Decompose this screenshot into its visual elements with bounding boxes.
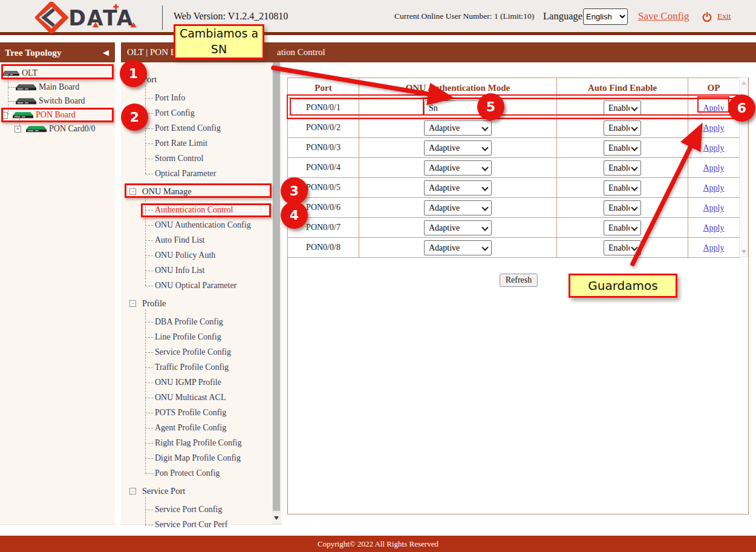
auto-find-select-pon0-0-3[interactable]: Enable — [604, 140, 641, 156]
table-row: PON0/0/4AdaptiveEnableApply — [288, 158, 740, 178]
nav-item-pon-protect-config[interactable]: Pon Protect Config — [155, 466, 220, 481]
tree-expander-collapse-icon[interactable]: - — [1, 112, 8, 119]
device-icon — [2, 70, 19, 77]
table-header-row: PortONU Authentication ModeAuto Find Ena… — [288, 78, 740, 98]
nav-group-label: Profile — [142, 296, 166, 310]
nav-item-onu-info-list[interactable]: ONU Info List — [155, 263, 204, 278]
nav-connector — [145, 85, 146, 174]
nav-group-service-port[interactable]: -Service Port — [129, 484, 185, 498]
nav-item-digit-map-profile-config[interactable]: Digit Map Profile Config — [155, 451, 241, 465]
auth-mode-selectbox: Adaptive — [424, 200, 492, 215]
apply-link-pon0-0-5[interactable]: Apply — [703, 183, 725, 192]
nav-expander-collapse-icon[interactable]: - — [129, 300, 136, 307]
auth-mode-select-pon0-0-7[interactable]: Adaptive — [424, 220, 492, 235]
nav-item-port-rate-limit[interactable]: Port Rate Limit — [155, 136, 207, 151]
nav-item-pots-profile-config[interactable]: POTS Profile Config — [155, 406, 226, 420]
apply-link-pon0-0-2[interactable]: Apply — [703, 123, 725, 133]
nav-item-service-port-config[interactable]: Service Port Config — [155, 502, 222, 517]
tree-item-main-board[interactable]: Main Board — [6, 80, 79, 94]
nav-connector — [145, 428, 153, 429]
tree-item-pon-board[interactable]: -PON Board — [1, 108, 76, 122]
nav-connector — [145, 159, 153, 159]
nav-connector — [145, 367, 153, 368]
nav-connector — [145, 225, 153, 226]
apply-link-pon0-0-3[interactable]: Apply — [703, 143, 725, 153]
op-cell: Apply — [688, 98, 740, 118]
tree-item-switch-board[interactable]: Switch Board — [6, 94, 85, 108]
nav-item-onu-authentication-config[interactable]: ONU Authentication Config — [155, 218, 251, 232]
save-config-link[interactable]: Save Config — [638, 0, 689, 32]
tree-item-pon-card0-0[interactable]: +PON Card0/0 — [15, 122, 96, 136]
nav-group-profile[interactable]: -Profile — [129, 296, 166, 310]
auth-mode-selectbox: Adaptive — [424, 240, 492, 255]
auth-mode-select-pon0-0-1[interactable]: Sn — [424, 100, 492, 116]
tree-expander-expand-icon[interactable]: + — [15, 126, 21, 133]
nav-group-onu-manage[interactable]: -ONU Manage — [129, 184, 192, 199]
auto-find-select-pon0-0-2[interactable]: Enable — [604, 120, 641, 136]
tree-item-olt[interactable]: OLT — [2, 67, 37, 80]
nav-item-traffic-profile-config[interactable]: Traffic Profile Config — [155, 360, 229, 375]
nav-item-dba-profile-config[interactable]: DBA Profile Config — [155, 315, 223, 329]
table-scrollbar[interactable] — [739, 77, 748, 257]
device-tree-sidebar: OLTMain BoardSwitch Board-PON Board+PON … — [0, 62, 115, 525]
nav-expander-collapse-icon[interactable]: - — [129, 76, 136, 83]
language-select[interactable]: English — [583, 8, 628, 25]
auth-mode-select-pon0-0-4[interactable]: Adaptive — [424, 160, 492, 176]
tree-topology-title: Tree Topology — [5, 42, 62, 62]
top-header: DATA Web Version: V1.2.4_210810 Current … — [0, 0, 756, 35]
auto-find-select-pon0-0-8[interactable]: Enable — [604, 240, 641, 255]
nav-item-onu-optical-parameter[interactable]: ONU Optical Parameter — [155, 278, 236, 293]
nav-item-onu-igmp-profile[interactable]: ONU IGMP Profile — [155, 375, 221, 390]
nav-item-authentication-control[interactable]: Authentication Control — [155, 203, 233, 217]
apply-link-pon0-0-6[interactable]: Apply — [703, 203, 725, 212]
auth-mode-select-pon0-0-2[interactable]: Adaptive — [424, 120, 492, 136]
nav-group-port[interactable]: -Port — [129, 72, 157, 87]
exit-link[interactable]: Exit — [717, 0, 731, 32]
op-cell: Apply — [688, 138, 740, 158]
nav-item-agent-profile-config[interactable]: Agent Profile Config — [155, 421, 226, 435]
apply-link-pon0-0-1[interactable]: Apply — [703, 104, 725, 113]
nav-scrollbar-thumb[interactable] — [273, 62, 280, 511]
nav-connector — [145, 398, 153, 398]
nav-item-right-flag-profile-config[interactable]: Right Flag Profile Config — [155, 436, 242, 450]
nav-scroll-down-button[interactable] — [272, 513, 281, 523]
refresh-button[interactable]: Refresh — [500, 274, 538, 287]
auto-find-select-pon0-0-4[interactable]: Enable — [604, 160, 641, 176]
auto-find-selectbox: Enable — [604, 140, 641, 156]
auto-find-select-pon0-0-1[interactable]: Enable — [604, 100, 641, 116]
nav-item-service-port-cur-perf[interactable]: Service Port Cur Perf — [155, 518, 227, 532]
apply-link-pon0-0-7[interactable]: Apply — [703, 223, 725, 232]
nav-item-storm-control[interactable]: Storm Control — [155, 151, 204, 166]
nav-item-port-extend-config[interactable]: Port Extend Config — [155, 121, 221, 136]
auth-control-table: PortONU Authentication ModeAuto Find Ena… — [287, 77, 740, 258]
auth-mode-select-pon0-0-5[interactable]: Adaptive — [424, 180, 492, 196]
green-device-icon — [26, 125, 47, 133]
nav-item-line-profile-config[interactable]: Line Profile Config — [155, 330, 221, 344]
nav-connector — [145, 240, 153, 241]
auto-find-select-pon0-0-6[interactable]: Enable — [604, 200, 641, 215]
nav-expander-collapse-icon[interactable]: - — [129, 488, 136, 494]
nav-connector — [145, 309, 146, 473]
nav-item-port-info[interactable]: Port Info — [155, 91, 185, 105]
nav-expander-collapse-icon[interactable]: - — [129, 188, 136, 195]
nav-connector — [145, 473, 153, 474]
nav-scrollbar[interactable] — [272, 62, 281, 524]
nav-item-onu-policy-auth[interactable]: ONU Policy Auth — [155, 248, 215, 263]
apply-link-pon0-0-8[interactable]: Apply — [703, 243, 725, 252]
auto-find-select-pon0-0-7[interactable]: Enable — [604, 220, 641, 235]
dark-device-icon — [16, 84, 36, 91]
nav-item-optical-parameter[interactable]: Optical Parameter — [155, 166, 216, 181]
nav-item-port-config[interactable]: Port Config — [155, 106, 195, 120]
nav-item-service-profile-config[interactable]: Service Profile Config — [155, 345, 231, 360]
nav-item-auto-find-list[interactable]: Auto Find List — [155, 233, 204, 248]
port-cell: PON0/0/2 — [288, 118, 359, 138]
auth-mode-select-pon0-0-3[interactable]: Adaptive — [424, 140, 492, 156]
nav-item-onu-multicast-acl[interactable]: ONU Multicast ACL — [155, 390, 226, 405]
column-header-onu-authentication-mode: ONU Authentication Mode — [359, 78, 557, 98]
auth-mode-select-pon0-0-8[interactable]: Adaptive — [424, 240, 492, 255]
sidebar-collapse-icon[interactable]: ◀ — [103, 42, 109, 62]
scroll-down-icon — [741, 250, 746, 254]
auth-mode-select-pon0-0-6[interactable]: Adaptive — [424, 200, 492, 215]
auto-find-select-pon0-0-5[interactable]: Enable — [604, 180, 641, 196]
apply-link-pon0-0-4[interactable]: Apply — [703, 163, 725, 172]
